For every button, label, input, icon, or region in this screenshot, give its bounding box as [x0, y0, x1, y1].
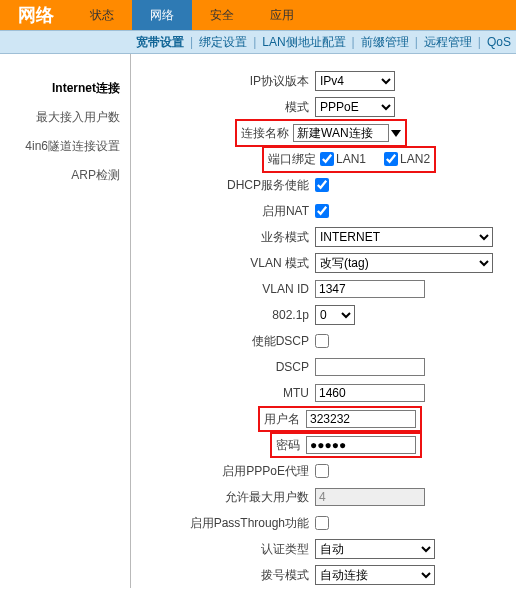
sidebar-item-arp[interactable]: ARP检测	[0, 161, 130, 190]
label-conn-name: 连接名称	[241, 125, 293, 142]
tab-security[interactable]: 安全	[192, 0, 252, 30]
checkbox-pppoe-proxy[interactable]	[315, 464, 329, 478]
label-lan2: LAN2	[400, 152, 430, 166]
sidebar-item-maxusers[interactable]: 最大接入用户数	[0, 103, 130, 132]
input-max-users	[315, 488, 425, 506]
label-dhcp: DHCP服务使能	[140, 177, 315, 194]
label-max-users: 允许最大用户数	[140, 489, 315, 506]
select-ip-version[interactable]: IPv4	[315, 71, 395, 91]
subtab-prefix[interactable]: 前缀管理	[357, 34, 413, 51]
select-biz-mode[interactable]: INTERNET	[315, 227, 493, 247]
label-nat: 启用NAT	[140, 203, 315, 220]
label-dial-mode: 拨号模式	[140, 567, 315, 584]
label-dscp: DSCP	[140, 360, 315, 374]
form: IP协议版本 IPv4 模式 PPPoE 连接名称 端口绑定 LAN1 LAN2	[130, 54, 516, 588]
sidebar-item-internet[interactable]: Internet连接	[0, 74, 130, 103]
subtab-qos[interactable]: QoS	[483, 35, 515, 49]
checkbox-passthrough[interactable]	[315, 516, 329, 530]
top-bar: 网络 状态 网络 安全 应用	[0, 0, 516, 30]
input-conn-name[interactable]	[293, 124, 389, 142]
top-nav: 状态 网络 安全 应用	[72, 0, 312, 30]
sub-nav: 宽带设置| 绑定设置| LAN侧地址配置| 前缀管理| 远程管理| QoS| 时…	[0, 30, 516, 54]
label-vlan-id: VLAN ID	[140, 282, 315, 296]
subtab-broadband[interactable]: 宽带设置	[132, 34, 188, 51]
label-8021p: 802.1p	[140, 308, 315, 322]
dropdown-icon[interactable]	[391, 130, 401, 137]
input-mtu[interactable]	[315, 384, 425, 402]
tab-application[interactable]: 应用	[252, 0, 312, 30]
label-lan1: LAN1	[336, 152, 366, 166]
app-title: 网络	[0, 3, 72, 27]
sidebar: Internet连接 最大接入用户数 4in6隧道连接设置 ARP检测	[0, 54, 130, 588]
label-passthrough: 启用PassThrough功能	[140, 515, 315, 532]
label-pwd: 密码	[276, 437, 306, 454]
input-vlan-id[interactable]	[315, 280, 425, 298]
select-auth-type[interactable]: 自动	[315, 539, 435, 559]
input-user[interactable]	[306, 410, 416, 428]
checkbox-nat[interactable]	[315, 204, 329, 218]
label-port-bind: 端口绑定	[268, 151, 320, 168]
label-pppoe-proxy: 启用PPPoE代理	[140, 463, 315, 480]
tab-network[interactable]: 网络	[132, 0, 192, 30]
divider	[130, 54, 131, 588]
checkbox-lan2[interactable]	[384, 152, 398, 166]
main: Internet连接 最大接入用户数 4in6隧道连接设置 ARP检测 IP协议…	[0, 54, 516, 588]
select-vlan-mode[interactable]: 改写(tag)	[315, 253, 493, 273]
select-mode[interactable]: PPPoE	[315, 97, 395, 117]
label-ip-version: IP协议版本	[140, 73, 315, 90]
label-mtu: MTU	[140, 386, 315, 400]
subtab-lan[interactable]: LAN侧地址配置	[258, 34, 349, 51]
label-dscp-en: 使能DSCP	[140, 333, 315, 350]
tab-status[interactable]: 状态	[72, 0, 132, 30]
label-auth-type: 认证类型	[140, 541, 315, 558]
checkbox-lan1[interactable]	[320, 152, 334, 166]
checkbox-dscp-en[interactable]	[315, 334, 329, 348]
label-mode: 模式	[140, 99, 315, 116]
select-dial-mode[interactable]: 自动连接	[315, 565, 435, 585]
subtab-binding[interactable]: 绑定设置	[195, 34, 251, 51]
input-pwd[interactable]	[306, 436, 416, 454]
select-8021p[interactable]: 0	[315, 305, 355, 325]
sidebar-item-4in6[interactable]: 4in6隧道连接设置	[0, 132, 130, 161]
checkbox-dhcp[interactable]	[315, 178, 329, 192]
label-biz-mode: 业务模式	[140, 229, 315, 246]
label-vlan-mode: VLAN 模式	[140, 255, 315, 272]
input-dscp[interactable]	[315, 358, 425, 376]
label-user: 用户名	[264, 411, 306, 428]
subtab-remote[interactable]: 远程管理	[420, 34, 476, 51]
